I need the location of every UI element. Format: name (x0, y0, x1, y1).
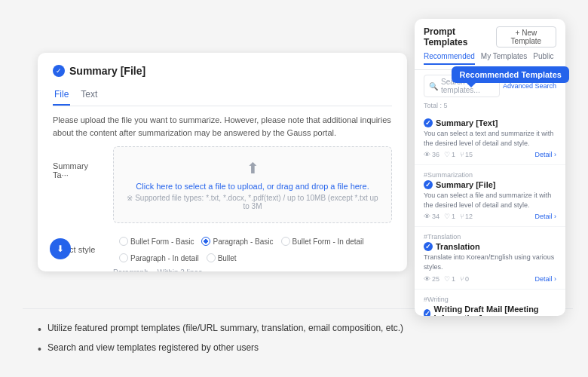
new-template-button[interactable]: + New Template (496, 26, 556, 48)
likes-stat: ♡ 1 (444, 151, 455, 158)
radio-bullet[interactable] (207, 253, 216, 262)
template-3-category: #Translation (424, 233, 556, 241)
template-item: #Summarization Summary [File] You can se… (415, 165, 565, 227)
template-2-category: #Summarization (424, 171, 556, 179)
template-item: Summary [Text] You can select a text and… (415, 112, 565, 165)
template-1-desc: You can select a text and summarize it w… (424, 129, 556, 148)
upload-area[interactable]: ⬆ Click here to select a file to upload,… (113, 146, 392, 223)
template-2-icon (424, 180, 433, 189)
template-4-icon (424, 309, 430, 316)
prompt-templates-title: Prompt Templates (424, 26, 496, 48)
radio-bullet-basic[interactable] (119, 237, 128, 246)
template-2-desc: You can select a file and summarize it w… (424, 191, 556, 210)
bullet-dot-1: • (38, 323, 41, 336)
panel-header: Summary [File] (53, 65, 392, 77)
template-2-detail[interactable]: Detail › (534, 213, 556, 220)
upload-link[interactable]: Click here to select a file to upload, o… (126, 182, 379, 191)
download-button[interactable]: ⬇ (50, 238, 71, 259)
template-2-stats: 👁 34 ♡ 1 ⑂ 12 (424, 213, 473, 220)
template-3-icon (424, 242, 433, 251)
bullet-section: • Utilize featured prompt templates (fil… (38, 323, 565, 362)
paragraph-value: Within 3 lines (158, 268, 202, 271)
style-row: Select style Bullet Form - Basic Paragra… (53, 237, 392, 262)
views-stat: 👁 36 (424, 151, 439, 158)
likes-stat: ♡ 1 (444, 213, 455, 220)
bullet-text-1: Utilize featured prompt templates (file/… (47, 323, 403, 333)
template-1-detail[interactable]: Detail › (534, 151, 556, 158)
tab-my-templates[interactable]: My Templates (481, 52, 528, 65)
style-paragraph-detail[interactable]: Paragraph - In detail (119, 253, 199, 262)
total-text: Total : 5 (415, 102, 565, 112)
style-paragraph-basic[interactable]: Paragraph - Basic (201, 237, 273, 246)
views-stat: 👁 34 (424, 213, 439, 220)
summary-ta-label: Summary Ta··· (53, 146, 106, 179)
forks-stat: ⑂ 12 (460, 213, 473, 220)
advanced-search-link[interactable]: Advanced Search (503, 82, 556, 90)
template-3-detail[interactable]: Detail › (534, 275, 556, 283)
upload-hint: ※ Supported file types: *.txt, *.docx, *… (126, 194, 379, 210)
likes-stat: ♡ 1 (444, 275, 455, 283)
views-stat: 👁 25 (424, 275, 439, 283)
template-4-category: #Writing (424, 296, 556, 303)
panel-title: Summary [File] (69, 65, 145, 77)
check-icon (53, 65, 65, 77)
search-icon: 🔍 (429, 82, 438, 90)
radio-paragraph-basic[interactable] (201, 237, 210, 246)
template-list: Summary [Text] You can select a text and… (415, 112, 565, 316)
template-3-name: Translation (424, 242, 556, 251)
bullet-item-2: • Search and view templates registered b… (38, 342, 565, 356)
tab-recommended[interactable]: Recommended (424, 52, 475, 65)
paragraph-row: Paragraph Within 3 lines (113, 268, 392, 271)
bullet-item-1: • Utilize featured prompt templates (fil… (38, 323, 565, 336)
template-3-desc: Translate into Korean/English using vari… (424, 253, 556, 271)
template-1-meta: 👁 36 ♡ 1 ⑂ 15 Detail › (424, 151, 556, 158)
template-1-name: Summary [Text] (424, 118, 556, 127)
tab-public[interactable]: Public (533, 52, 553, 65)
tab-file[interactable]: File (53, 86, 70, 106)
upload-icon: ⬆ (126, 159, 379, 177)
template-item: #Writing Writing Draft Mail [Meeting Inf… (415, 290, 565, 316)
template-item: #Translation Translation Translate into … (415, 227, 565, 289)
template-2-name: Summary [File] (424, 180, 556, 189)
template-4-name: Writing Draft Mail [Meeting Information] (424, 305, 556, 316)
radio-bullet-detail[interactable] (281, 237, 290, 246)
style-options: Bullet Form - Basic Paragraph - Basic Bu… (119, 237, 392, 262)
summary-form-panel: Summary [File] File Text Please upload t… (38, 53, 407, 271)
paragraph-label: Paragraph (113, 268, 149, 271)
template-1-icon (424, 118, 433, 127)
description-text: Please upload the file you want to summa… (53, 114, 392, 139)
recommended-templates-tooltip: Recommended Templates (452, 66, 569, 83)
template-1-stats: 👁 36 ♡ 1 ⑂ 15 (424, 151, 473, 158)
forks-stat: ⑂ 15 (460, 151, 473, 158)
file-text-tab-bar: File Text (53, 86, 392, 106)
style-bullet[interactable]: Bullet (207, 253, 237, 262)
forks-stat: ⑂ 0 (460, 275, 469, 283)
bullet-text-2: Search and view templates registered by … (47, 342, 259, 353)
template-3-meta: 👁 25 ♡ 1 ⑂ 0 Detail › (424, 275, 556, 283)
radio-paragraph-detail[interactable] (119, 253, 128, 262)
style-bullet-basic[interactable]: Bullet Form - Basic (119, 237, 194, 246)
tab-text[interactable]: Text (79, 86, 99, 106)
template-3-stats: 👁 25 ♡ 1 ⑂ 0 (424, 275, 469, 283)
prompt-templates-panel: Prompt Templates + New Template Recommen… (415, 19, 565, 316)
template-2-meta: 👁 34 ♡ 1 ⑂ 12 Detail › (424, 213, 556, 220)
bullet-dot-2: • (38, 342, 41, 356)
right-panel-header: Prompt Templates + New Template (415, 19, 565, 48)
style-bullet-detail[interactable]: Bullet Form - In detail (281, 237, 364, 246)
